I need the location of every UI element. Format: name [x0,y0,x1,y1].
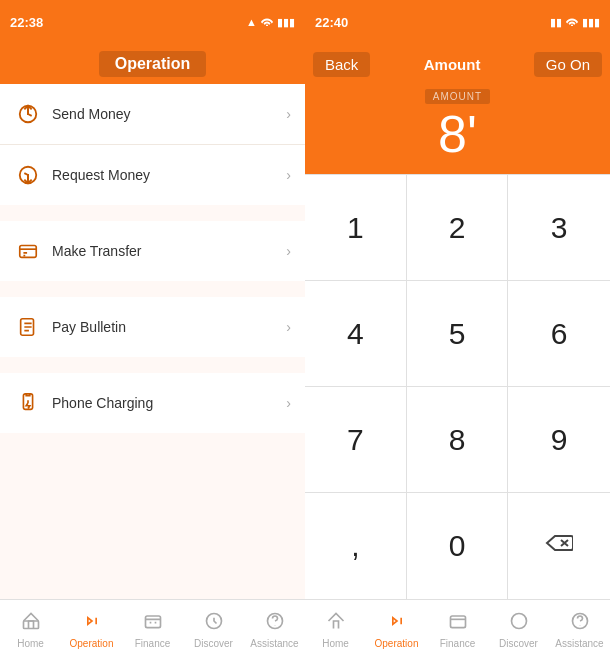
discover-icon [204,611,224,636]
phone-charging-chevron: › [286,395,291,411]
section-gap-3 [0,365,305,373]
right-operation-icon [387,611,407,636]
right-tab-assistance-label: Assistance [555,638,603,649]
send-money-label: Send Money [52,106,286,122]
left-tab-home[interactable]: Home [0,607,61,653]
svg-point-10 [511,613,526,628]
assistance-icon [265,611,285,636]
right-wifi-icon [565,16,579,28]
right-finance-icon [448,611,468,636]
menu-item-make-transfer[interactable]: Make Transfer › [0,221,305,281]
right-tab-home[interactable]: Home [305,607,366,653]
numpad-key-0[interactable]: 0 [407,493,509,599]
left-tab-operation[interactable]: Operation [61,607,122,653]
signal-icon: ▲ [246,16,257,28]
request-money-icon [14,161,42,189]
left-tab-discover-label: Discover [194,638,233,649]
menu-item-request-money[interactable]: Request Money › [0,145,305,205]
phone-charging-label: Phone Charging [52,395,286,411]
finance-icon [143,611,163,636]
right-home-icon [326,611,346,636]
left-tab-finance-label: Finance [135,638,171,649]
amount-value: 8' [438,108,477,160]
numpad-key-4[interactable]: 4 [305,281,407,387]
numpad: 1 2 3 4 5 6 7 8 9 , 0 [305,174,610,599]
svg-rect-2 [20,246,37,258]
backspace-icon [545,533,573,559]
numpad-key-comma[interactable]: , [305,493,407,599]
send-money-icon [14,100,42,128]
left-status-bar: 22:38 ▲ ▮▮▮ [0,0,305,44]
pay-bulletin-chevron: › [286,319,291,335]
phone-charging-icon [14,389,42,417]
send-money-chevron: › [286,106,291,122]
numpad-key-1[interactable]: 1 [305,175,407,281]
numpad-key-backspace[interactable] [508,493,610,599]
numpad-key-9[interactable]: 9 [508,387,610,493]
menu-item-pay-bulletin[interactable]: Pay Bulletin › [0,297,305,357]
left-tab-bar: Home Operation Finance [0,599,305,659]
pay-bulletin-icon [14,313,42,341]
left-tab-discover[interactable]: Discover [183,607,244,653]
left-tab-assistance[interactable]: Assistance [244,607,305,653]
right-signal-icon: ▮▮ [550,16,562,29]
right-discover-icon [509,611,529,636]
right-tab-discover[interactable]: Discover [488,607,549,653]
right-tab-home-label: Home [322,638,349,649]
back-button[interactable]: Back [313,52,370,77]
left-status-icons: ▲ ▮▮▮ [246,16,295,29]
left-nav-title: Operation [99,51,207,77]
right-tab-discover-label: Discover [499,638,538,649]
left-tab-finance[interactable]: Finance [122,607,183,653]
right-tab-finance[interactable]: Finance [427,607,488,653]
home-icon [21,611,41,636]
right-tab-operation-label: Operation [375,638,419,649]
right-tab-operation[interactable]: Operation [366,607,427,653]
request-money-label: Request Money [52,167,286,183]
request-money-chevron: › [286,167,291,183]
menu-section-3: Pay Bulletin › [0,297,305,357]
right-nav-bar: Back Amount Go On [305,44,610,84]
right-panel: 22:40 ▮▮ ▮▮▮ Back Amount Go On AMOUNT 8'… [305,0,610,659]
right-assistance-icon [570,611,590,636]
make-transfer-icon [14,237,42,265]
make-transfer-label: Make Transfer [52,243,286,259]
svg-rect-9 [450,616,465,628]
numpad-key-3[interactable]: 3 [508,175,610,281]
menu-list: Send Money › Request Money › [0,84,305,599]
menu-item-phone-charging[interactable]: Phone Charging › [0,373,305,433]
menu-section-1: Send Money › Request Money › [0,84,305,205]
right-battery-icon: ▮▮▮ [582,16,600,29]
left-tab-home-label: Home [17,638,44,649]
right-tab-assistance[interactable]: Assistance [549,607,610,653]
right-tab-finance-label: Finance [440,638,476,649]
numpad-key-5[interactable]: 5 [407,281,509,387]
menu-section-4: Phone Charging › [0,373,305,433]
go-on-button[interactable]: Go On [534,52,602,77]
left-time: 22:38 [10,15,43,30]
left-nav-bar: Operation [0,44,305,84]
right-status-bar: 22:40 ▮▮ ▮▮▮ [305,0,610,44]
numpad-key-2[interactable]: 2 [407,175,509,281]
right-tab-bar: Home Operation Finance [305,599,610,659]
left-tab-assistance-label: Assistance [250,638,298,649]
wifi-icon [260,16,274,28]
menu-item-send-money[interactable]: Send Money › [0,84,305,145]
svg-rect-5 [23,621,38,629]
numpad-key-6[interactable]: 6 [508,281,610,387]
make-transfer-chevron: › [286,243,291,259]
section-gap-1 [0,213,305,221]
operation-icon [82,611,102,636]
amount-label: AMOUNT [425,89,490,104]
numpad-key-7[interactable]: 7 [305,387,407,493]
right-time: 22:40 [315,15,348,30]
pay-bulletin-label: Pay Bulletin [52,319,286,335]
svg-rect-6 [145,616,160,628]
section-gap-2 [0,289,305,297]
amount-display: AMOUNT 8' [305,84,610,174]
right-status-icons: ▮▮ ▮▮▮ [550,16,600,29]
numpad-key-8[interactable]: 8 [407,387,509,493]
menu-section-2: Make Transfer › [0,221,305,281]
left-panel: 22:38 ▲ ▮▮▮ Operation [0,0,305,659]
right-nav-title: Amount [424,56,481,73]
